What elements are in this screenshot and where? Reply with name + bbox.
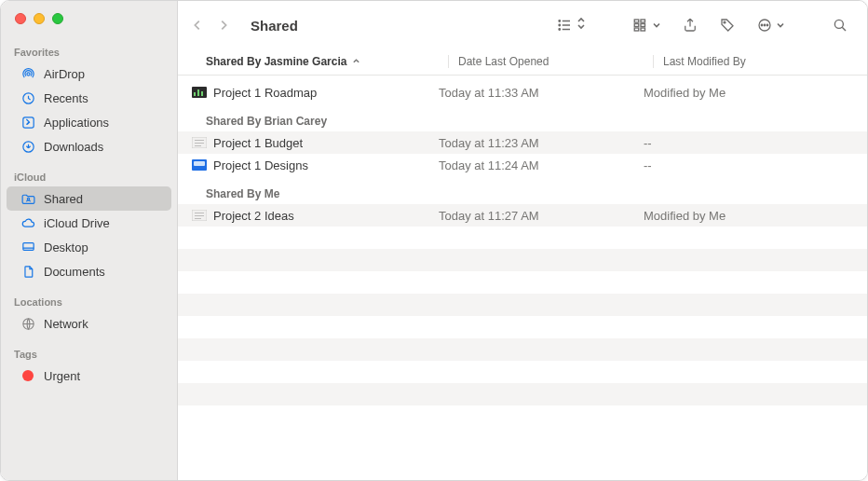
sidebar-item-desktop[interactable]: Desktop	[7, 235, 171, 259]
file-row[interactable]: Project 1 DesignsToday at 11:24 AM--	[178, 154, 867, 176]
tags-button[interactable]	[713, 14, 741, 36]
file-name: Project 1 Roadmap	[213, 86, 317, 100]
file-modified-by: --	[634, 136, 867, 150]
sidebar-item-shared[interactable]: Shared	[7, 186, 171, 211]
svg-rect-10	[634, 20, 639, 22]
file-name: Project 2 Ideas	[213, 209, 294, 223]
empty-row	[178, 316, 867, 338]
file-date: Today at 11:24 AM	[429, 158, 634, 172]
file-icon	[192, 210, 207, 221]
sidebar-item-label: AirDrop	[44, 67, 85, 81]
tag-dot-icon	[20, 367, 36, 384]
svg-rect-5	[22, 242, 33, 250]
file-modified-by: --	[634, 158, 867, 172]
more-actions-button[interactable]	[751, 14, 791, 36]
file-row[interactable]: Project 1 RoadmapToday at 11:33 AMModifi…	[178, 81, 867, 103]
file-icon	[192, 137, 207, 148]
clock-icon	[20, 89, 36, 106]
section-locations-label: Locations	[1, 293, 177, 311]
search-button[interactable]	[826, 14, 854, 36]
sidebar-item-applications[interactable]: Applications	[7, 110, 171, 134]
zoom-window-button[interactable]	[52, 13, 63, 24]
svg-rect-25	[201, 91, 203, 96]
close-window-button[interactable]	[15, 13, 26, 24]
sidebar-item-airdrop[interactable]: AirDrop	[7, 62, 171, 86]
view-mode-button[interactable]	[550, 14, 591, 36]
svg-rect-29	[195, 145, 201, 146]
sidebar-item-network[interactable]: Network	[7, 311, 171, 336]
svg-point-4	[27, 198, 29, 199]
sidebar-item-downloads[interactable]: Downloads	[7, 134, 171, 158]
section-icloud-label: iCloud	[1, 168, 177, 186]
svg-rect-31	[194, 161, 205, 166]
sidebar-item-label: Documents	[44, 265, 105, 279]
back-button[interactable]	[189, 19, 206, 32]
toolbar: Shared	[178, 1, 867, 49]
file-date: Today at 11:33 AM	[429, 86, 634, 100]
sidebar-item-label: Applications	[44, 116, 109, 130]
svg-point-19	[764, 24, 766, 26]
downloads-icon	[20, 138, 36, 155]
sidebar-item-documents[interactable]: Documents	[7, 259, 171, 283]
empty-row	[178, 383, 867, 405]
empty-row	[178, 361, 867, 383]
sidebar-item-label: Network	[44, 317, 88, 331]
svg-rect-12	[634, 28, 639, 31]
sidebar-item-tag-urgent[interactable]: Urgent	[7, 364, 171, 388]
svg-point-16	[724, 21, 726, 23]
window-title: Shared	[251, 18, 298, 34]
column-headers: Shared By Jasmine Garcia Date Last Opene…	[178, 49, 867, 76]
file-list: Project 1 RoadmapToday at 11:33 AMModifi…	[178, 76, 867, 480]
window-controls	[1, 13, 177, 43]
file-row[interactable]: Project 2 IdeasToday at 11:27 AMModified…	[178, 204, 867, 227]
sidebar-item-icloud-drive[interactable]: iCloud Drive	[7, 211, 171, 235]
sidebar-item-label: Urgent	[44, 369, 80, 383]
sidebar: Favorites AirDrop Recents Applications D…	[1, 1, 178, 480]
section-favorites-label: Favorites	[1, 43, 177, 62]
svg-point-20	[766, 24, 768, 26]
svg-rect-34	[195, 215, 204, 216]
cloud-icon	[20, 214, 36, 231]
group-by-button[interactable]	[627, 14, 667, 36]
network-icon	[20, 315, 36, 332]
svg-rect-33	[195, 213, 204, 213]
svg-rect-28	[195, 143, 204, 144]
group-header: Shared By Me	[178, 176, 867, 204]
sidebar-item-label: Downloads	[44, 140, 103, 154]
forward-button[interactable]	[215, 19, 232, 32]
svg-rect-11	[634, 24, 639, 27]
empty-row	[178, 271, 867, 294]
svg-point-21	[834, 20, 843, 28]
column-header-date[interactable]: Date Last Opened	[448, 55, 653, 68]
svg-rect-13	[641, 20, 645, 22]
minimize-window-button[interactable]	[34, 13, 45, 24]
svg-point-0	[26, 72, 29, 75]
column-header-modified-by[interactable]: Last Modified By	[653, 55, 867, 68]
file-modified-by: Modified by Me	[634, 86, 867, 100]
empty-row	[178, 294, 867, 316]
svg-rect-24	[197, 89, 199, 96]
sidebar-item-label: Desktop	[44, 240, 88, 254]
svg-rect-15	[641, 28, 645, 31]
main-pane: Shared	[178, 1, 867, 480]
sidebar-item-label: Recents	[44, 91, 88, 105]
svg-rect-14	[641, 24, 645, 27]
group-header: Shared By Brian Carey	[178, 103, 867, 131]
file-icon	[192, 159, 207, 171]
share-button[interactable]	[676, 14, 704, 36]
file-date: Today at 11:27 AM	[429, 209, 634, 223]
sidebar-item-recents[interactable]: Recents	[7, 86, 171, 110]
column-header-name[interactable]: Shared By Jasmine Garcia	[206, 55, 448, 68]
sort-caret-icon	[352, 55, 360, 68]
file-row[interactable]: Project 1 BudgetToday at 11:23 AM--	[178, 131, 867, 154]
section-tags-label: Tags	[1, 345, 177, 364]
file-name: Project 1 Designs	[213, 158, 308, 172]
svg-point-8	[559, 24, 561, 26]
svg-rect-23	[194, 92, 196, 96]
svg-rect-27	[195, 140, 204, 141]
sidebar-item-label: iCloud Drive	[44, 216, 110, 230]
airdrop-icon	[20, 65, 36, 82]
empty-row	[178, 227, 867, 249]
finder-window: Favorites AirDrop Recents Applications D…	[0, 0, 868, 481]
svg-point-7	[559, 21, 561, 22]
